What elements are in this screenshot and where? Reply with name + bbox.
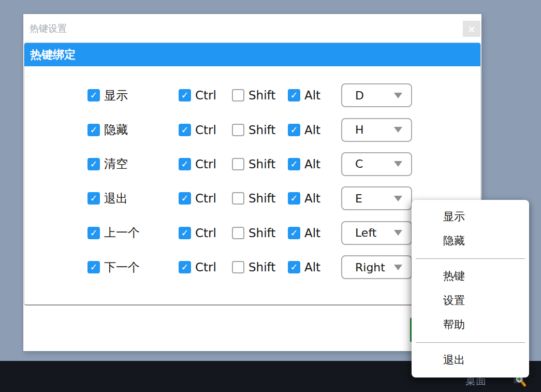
key-select[interactable]: E: [341, 186, 412, 210]
ctrl-checkbox[interactable]: [179, 227, 191, 239]
shift-checkbox[interactable]: [232, 158, 244, 170]
alt-label: Alt: [304, 260, 320, 274]
alt-label: Alt: [304, 89, 320, 102]
key-select[interactable]: Left: [341, 221, 412, 245]
hotkey-row-hide: 隐藏 Ctrl Shift Alt H: [87, 112, 480, 147]
alt-checkbox[interactable]: [288, 261, 300, 273]
menu-separator: [416, 342, 525, 343]
context-menu: 显示 隐藏 热键 设置 帮助 退出: [412, 200, 529, 378]
row-enabled-checkbox[interactable]: [87, 124, 100, 136]
chevron-down-icon: [394, 196, 402, 201]
shift-checkbox[interactable]: [232, 192, 244, 205]
shift-checkbox[interactable]: [232, 261, 244, 273]
chevron-down-icon: [394, 161, 402, 167]
alt-checkbox[interactable]: [288, 158, 300, 170]
row-label: 隐藏: [104, 122, 128, 138]
desktop: 热键设置 × 热键绑定 显示 Ctrl Shif: [0, 0, 541, 392]
hotkey-row-show: 显示 Ctrl Shift Alt D: [87, 78, 480, 112]
row-enabled-checkbox[interactable]: [87, 227, 100, 239]
row-label: 上一个: [104, 225, 140, 241]
alt-label: Alt: [304, 226, 320, 240]
menu-item-exit[interactable]: 退出: [412, 348, 529, 372]
shift-checkbox[interactable]: [232, 124, 244, 136]
menu-item-settings[interactable]: 设置: [412, 288, 529, 313]
menu-separator: [416, 258, 525, 259]
alt-label: Alt: [304, 123, 320, 137]
chevron-down-icon: [394, 265, 402, 270]
row-enabled-checkbox[interactable]: [87, 192, 100, 205]
ctrl-checkbox[interactable]: [179, 158, 191, 170]
alt-checkbox[interactable]: [288, 89, 300, 101]
ctrl-label: Ctrl: [195, 226, 216, 240]
shift-label: Shift: [248, 89, 275, 102]
row-label: 退出: [104, 191, 128, 207]
close-icon: ×: [467, 23, 476, 35]
menu-item-hotkey[interactable]: 热键: [412, 264, 529, 288]
shift-checkbox[interactable]: [232, 89, 244, 101]
row-enabled-checkbox[interactable]: [87, 261, 100, 273]
ctrl-label: Ctrl: [195, 157, 216, 171]
hotkey-row-clear: 清空 Ctrl Shift Alt C: [87, 147, 480, 181]
key-select[interactable]: H: [341, 118, 412, 142]
row-label: 下一个: [104, 259, 140, 275]
alt-label: Alt: [304, 192, 320, 205]
ctrl-label: Ctrl: [195, 89, 216, 102]
row-enabled-checkbox[interactable]: [87, 158, 100, 170]
alt-checkbox[interactable]: [288, 124, 300, 136]
ctrl-checkbox[interactable]: [179, 261, 191, 273]
close-button[interactable]: ×: [463, 21, 480, 37]
ctrl-label: Ctrl: [195, 192, 216, 205]
panel-header: 热键绑定: [24, 43, 480, 66]
key-select-value: Right: [355, 261, 385, 274]
row-label: 显示: [104, 88, 128, 104]
key-select-value: E: [355, 192, 362, 205]
alt-label: Alt: [304, 157, 320, 171]
shift-label: Shift: [248, 226, 275, 240]
window-title: 热键设置: [30, 14, 67, 42]
ctrl-checkbox[interactable]: [179, 124, 191, 136]
menu-item-show[interactable]: 显示: [412, 205, 529, 229]
ctrl-label: Ctrl: [195, 123, 216, 137]
key-select-value: H: [355, 123, 364, 136]
key-select-value: D: [355, 89, 364, 102]
chevron-down-icon: [394, 93, 402, 98]
shift-label: Shift: [248, 123, 275, 137]
ctrl-checkbox[interactable]: [179, 89, 191, 101]
menu-item-help[interactable]: 帮助: [412, 313, 529, 337]
ctrl-label: Ctrl: [195, 260, 216, 274]
shift-checkbox[interactable]: [232, 227, 244, 239]
menu-item-hide[interactable]: 隐藏: [412, 229, 529, 253]
alt-checkbox[interactable]: [288, 227, 300, 239]
row-label: 清空: [104, 156, 128, 172]
ctrl-checkbox[interactable]: [179, 192, 191, 205]
key-select[interactable]: Right: [341, 255, 412, 279]
chevron-down-icon: [394, 230, 402, 236]
row-enabled-checkbox[interactable]: [87, 89, 100, 101]
key-select-value: Left: [355, 226, 376, 239]
alt-checkbox[interactable]: [288, 192, 300, 205]
shift-label: Shift: [248, 157, 275, 171]
key-select[interactable]: D: [341, 83, 412, 107]
chevron-down-icon: [394, 127, 402, 133]
shift-label: Shift: [248, 260, 275, 274]
key-select[interactable]: C: [341, 152, 412, 176]
key-select-value: C: [355, 157, 363, 170]
shift-label: Shift: [248, 192, 275, 205]
